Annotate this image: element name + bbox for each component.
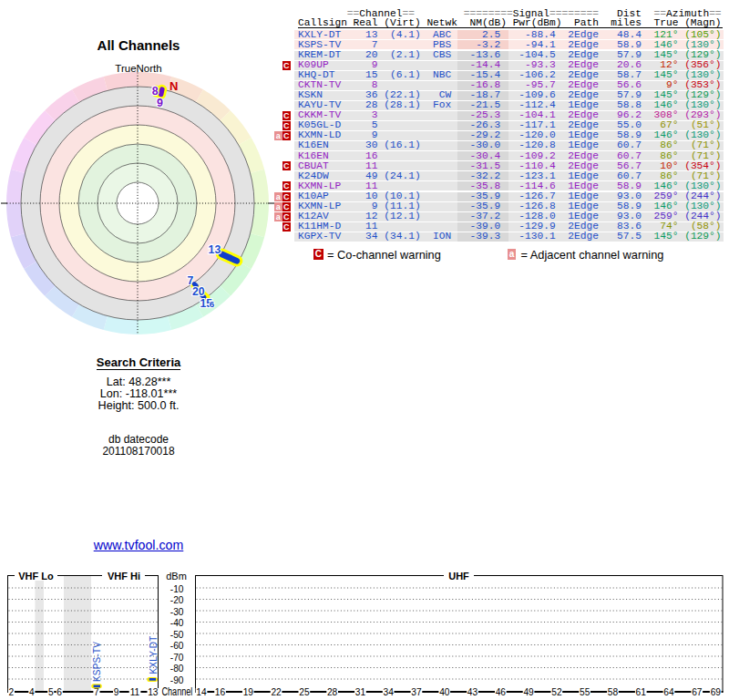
svg-text:VHF Hi: VHF Hi <box>108 571 140 582</box>
svg-text:-10: -10 <box>170 584 184 594</box>
svg-text:-20: -20 <box>170 595 184 605</box>
svg-text:6: 6 <box>210 299 215 309</box>
svg-text:43: 43 <box>467 687 478 697</box>
svg-text:31: 31 <box>355 687 366 697</box>
svg-text:13: 13 <box>148 687 159 697</box>
svg-text:UHF: UHF <box>448 571 469 582</box>
svg-text:KXLY-DT: KXLY-DT <box>149 636 159 674</box>
svg-text:52: 52 <box>551 687 562 697</box>
svg-text:N: N <box>169 79 178 93</box>
svg-text:37: 37 <box>411 687 422 697</box>
svg-text:4: 4 <box>29 687 35 697</box>
svg-text:22: 22 <box>271 687 282 697</box>
svg-text:19: 19 <box>243 687 254 697</box>
svg-text:67: 67 <box>692 687 703 697</box>
svg-text:58: 58 <box>608 687 619 697</box>
svg-text:6: 6 <box>56 687 62 697</box>
svg-text:Channel: Channel <box>161 685 192 698</box>
svg-text:61: 61 <box>636 687 647 697</box>
svg-text:64: 64 <box>663 687 674 697</box>
svg-text:VHF Lo: VHF Lo <box>18 571 54 582</box>
svg-text:5: 5 <box>48 687 54 697</box>
svg-text:25: 25 <box>299 687 310 697</box>
svg-text:13: 13 <box>209 243 221 256</box>
svg-text:-90: -90 <box>170 675 184 685</box>
svg-text:55: 55 <box>580 687 590 697</box>
svg-text:9: 9 <box>114 687 119 697</box>
svg-text:16: 16 <box>215 687 226 697</box>
svg-text:-40: -40 <box>170 618 184 628</box>
svg-text:11: 11 <box>130 687 140 697</box>
svg-text:49: 49 <box>523 687 534 697</box>
svg-text:8: 8 <box>152 85 159 98</box>
svg-text:34: 34 <box>384 687 395 697</box>
svg-text:-30: -30 <box>170 607 184 617</box>
svg-text:dBm: dBm <box>166 571 187 582</box>
svg-text:40: 40 <box>439 687 450 697</box>
svg-text:28: 28 <box>327 687 338 697</box>
svg-text:9: 9 <box>157 97 163 109</box>
svg-text:2: 2 <box>9 687 15 697</box>
svg-text:69: 69 <box>711 687 722 697</box>
svg-text:-80: -80 <box>170 664 184 674</box>
svg-text:-50: -50 <box>170 630 184 640</box>
svg-text:-70: -70 <box>170 653 184 663</box>
svg-text:-60: -60 <box>170 641 184 651</box>
svg-text:46: 46 <box>496 687 507 697</box>
svg-text:KSPS-TV: KSPS-TV <box>92 642 102 682</box>
svg-text:14: 14 <box>196 687 207 697</box>
